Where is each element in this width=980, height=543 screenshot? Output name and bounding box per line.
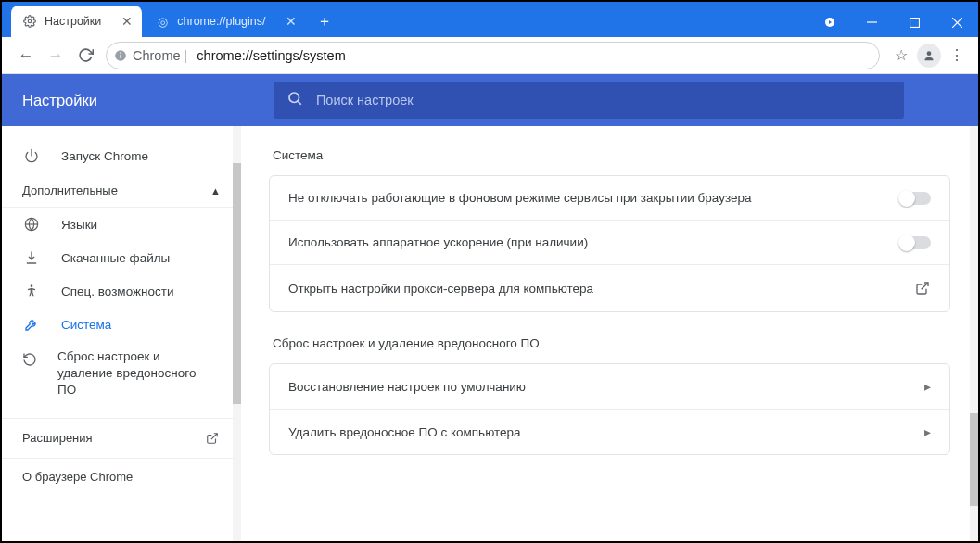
svg-point-8 (120, 52, 121, 54)
row-proxy-settings[interactable]: Открыть настройки прокси-сервера для ком… (270, 265, 949, 311)
reload-button[interactable] (70, 41, 100, 70)
chrome-icon: ◎ (155, 14, 170, 29)
back-button[interactable]: ← (11, 41, 41, 70)
sidebar-link-extensions[interactable]: Расширения (2, 418, 241, 458)
sidebar-item-label: Спец. возможности (61, 284, 173, 298)
row-hardware-accel[interactable]: Использовать аппаратное ускорение (при н… (270, 221, 949, 265)
open-external-icon (204, 430, 221, 447)
minimize-button[interactable] (850, 7, 893, 37)
tab-label: chrome://plugins/ (177, 15, 265, 28)
close-button[interactable] (935, 7, 978, 37)
chevron-right-icon: ▸ (924, 424, 931, 439)
tab-label: Настройки (45, 15, 101, 28)
row-remove-malware[interactable]: Удалить вредоносное ПО с компьютера ▸ (270, 410, 949, 454)
sidebar: Запуск Chrome Дополнительные ▲ Языки Ска… (2, 126, 241, 541)
url-text: chrome://settings/system (197, 48, 345, 63)
new-tab-button[interactable]: ＋ (312, 8, 337, 34)
maximize-button[interactable] (893, 7, 935, 37)
row-restore-defaults[interactable]: Восстановление настроек по умолчанию ▸ (270, 364, 949, 410)
row-label: Не отключать работающие в фоновом режиме… (288, 191, 751, 205)
svg-line-17 (211, 433, 217, 438)
url-field[interactable]: Chrome | chrome://settings/system (106, 42, 880, 69)
sidebar-link-label: Расширения (22, 431, 93, 445)
settings-search[interactable] (274, 82, 904, 119)
restore-icon (22, 350, 37, 369)
search-icon (286, 90, 303, 110)
sidebar-item-label: Языки (61, 218, 97, 232)
sidebar-section-advanced[interactable]: Дополнительные ▲ (2, 174, 241, 208)
tabs-strip: Настройки ✕ ◎ chrome://plugins/ ✕ ＋ (2, 6, 337, 37)
row-label: Удалить вредоносное ПО с компьютера (288, 425, 521, 439)
settings-search-input[interactable] (316, 93, 891, 107)
row-background-apps[interactable]: Не отключать работающие в фоновом режиме… (270, 176, 949, 221)
svg-line-18 (922, 283, 928, 289)
accessibility-icon (22, 282, 41, 300)
settings-header: Настройки (2, 74, 978, 126)
svg-rect-9 (120, 54, 121, 57)
sidebar-link-label: О браузере Chrome (22, 470, 133, 484)
svg-point-16 (31, 284, 33, 287)
toggle-background-apps[interactable] (899, 192, 931, 205)
row-label: Открыть настройки прокси-сервера для ком… (288, 282, 593, 296)
sidebar-item-downloads[interactable]: Скачанные файлы (2, 241, 232, 274)
svg-point-10 (927, 51, 932, 56)
svg-point-11 (289, 93, 299, 103)
sidebar-section-label: Дополнительные (22, 183, 118, 197)
bookmark-button[interactable]: ☆ (889, 44, 913, 68)
svg-rect-4 (910, 18, 919, 27)
toggle-hardware-accel[interactable] (899, 236, 931, 249)
section-title-reset: Сброс настроек и удаление вредоносного П… (273, 336, 950, 350)
sidebar-item-system[interactable]: Система (2, 308, 232, 341)
settings-main: Система Не отключать работающие в фоново… (241, 126, 978, 541)
close-icon[interactable]: ✕ (121, 14, 133, 29)
sidebar-item-languages[interactable]: Языки (2, 208, 232, 241)
url-prefix-text: Chrome (133, 48, 181, 63)
sidebar-item-label: Система (61, 318, 111, 332)
sidebar-link-about[interactable]: О браузере Chrome (2, 458, 241, 495)
card-reset: Восстановление настроек по умолчанию ▸ У… (269, 363, 950, 455)
sidebar-item-label: Запуск Chrome (61, 149, 148, 163)
tab-settings[interactable]: Настройки ✕ (11, 6, 142, 37)
sidebar-item-label: Скачанные файлы (61, 251, 170, 265)
tab-plugins[interactable]: ◎ chrome://plugins/ ✕ (144, 6, 306, 37)
sidebar-item-reset[interactable]: Сброс настроек и удаление вредоносного П… (2, 341, 232, 407)
settings-title: Настройки (22, 92, 97, 109)
kebab-menu-button[interactable]: ⋮ (945, 44, 969, 68)
power-icon (22, 146, 41, 165)
card-system: Не отключать работающие в фоновом режиме… (269, 175, 950, 312)
chevron-right-icon: ▸ (924, 379, 931, 394)
sidebar-item-label: Сброс настроек и удаление вредоносного П… (57, 348, 217, 399)
wrench-icon (22, 315, 41, 334)
row-label: Восстановление настроек по умолчанию (288, 380, 526, 394)
site-info-icon[interactable]: Chrome | (114, 48, 191, 63)
sidebar-item-accessibility[interactable]: Спец. возможности (2, 274, 232, 308)
sidebar-scrollbar[interactable] (233, 126, 241, 541)
section-title-system: Система (273, 148, 950, 162)
open-external-icon (914, 280, 931, 297)
sync-icon[interactable] (815, 7, 845, 37)
svg-point-0 (28, 19, 32, 23)
window-titlebar: Настройки ✕ ◎ chrome://plugins/ ✕ ＋ (2, 2, 978, 37)
sidebar-item-startup[interactable]: Запуск Chrome (2, 139, 232, 172)
download-icon (22, 248, 41, 267)
main-scrollbar[interactable] (970, 126, 978, 541)
profile-button[interactable] (917, 44, 941, 68)
row-label: Использовать аппаратное ускорение (при н… (288, 235, 588, 249)
globe-icon (22, 215, 41, 234)
gear-icon (22, 14, 37, 29)
svg-line-12 (298, 101, 300, 104)
close-icon[interactable]: ✕ (286, 14, 297, 29)
address-bar: ← → Chrome | chrome://settings/system ☆ … (2, 37, 978, 74)
chevron-up-icon: ▲ (210, 185, 221, 196)
forward-button[interactable]: → (41, 41, 70, 70)
